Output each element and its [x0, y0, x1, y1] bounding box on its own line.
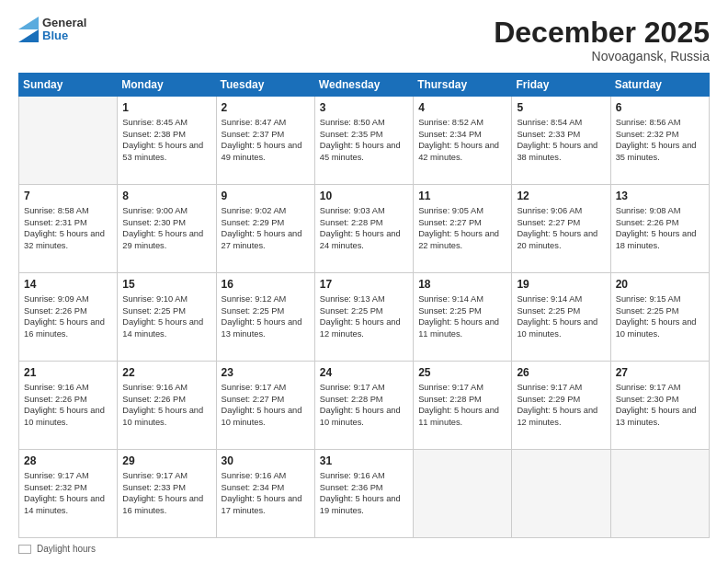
day-info: Sunrise: 9:17 AMSunset: 2:33 PMDaylight:… — [122, 470, 210, 516]
day-info: Sunrise: 9:06 AMSunset: 2:27 PMDaylight:… — [517, 205, 605, 251]
day-number: 29 — [122, 454, 210, 468]
day-info: Sunrise: 9:14 AMSunset: 2:25 PMDaylight:… — [517, 293, 605, 339]
day-number: 9 — [222, 189, 310, 203]
day-number: 25 — [418, 365, 506, 380]
calendar-cell: 24Sunrise: 9:17 AMSunset: 2:28 PMDayligh… — [314, 362, 413, 450]
header: General Blue December 2025 Novoagansk, R… — [18, 17, 710, 63]
day-number: 27 — [616, 365, 704, 380]
calendar-cell: 19Sunrise: 9:14 AMSunset: 2:25 PMDayligh… — [512, 273, 610, 362]
day-info: Sunrise: 9:09 AMSunset: 2:26 PMDaylight:… — [24, 293, 112, 339]
day-info: Sunrise: 9:16 AMSunset: 2:34 PMDaylight:… — [222, 470, 310, 516]
calendar-cell: 13Sunrise: 9:08 AMSunset: 2:26 PMDayligh… — [610, 185, 709, 273]
calendar-cell — [414, 450, 512, 538]
location: Novoagansk, Russia — [494, 49, 710, 63]
calendar-cell: 29Sunrise: 9:17 AMSunset: 2:33 PMDayligh… — [118, 450, 216, 538]
day-info: Sunrise: 9:00 AMSunset: 2:30 PMDaylight:… — [122, 205, 210, 251]
weekday-header-row: SundayMondayTuesdayWednesdayThursdayFrid… — [19, 74, 710, 97]
day-number: 5 — [517, 100, 605, 115]
calendar-cell: 21Sunrise: 9:16 AMSunset: 2:26 PMDayligh… — [19, 362, 118, 450]
daylight-label: Daylight hours — [37, 544, 96, 554]
calendar-week-3: 14Sunrise: 9:09 AMSunset: 2:26 PMDayligh… — [19, 273, 710, 362]
calendar-cell: 28Sunrise: 9:17 AMSunset: 2:32 PMDayligh… — [19, 450, 118, 538]
calendar-week-2: 7Sunrise: 8:58 AMSunset: 2:31 PMDaylight… — [19, 185, 710, 273]
calendar-week-4: 21Sunrise: 9:16 AMSunset: 2:26 PMDayligh… — [19, 362, 710, 450]
calendar-cell: 1Sunrise: 8:45 AMSunset: 2:38 PMDaylight… — [118, 97, 216, 185]
calendar-cell: 3Sunrise: 8:50 AMSunset: 2:35 PMDaylight… — [314, 97, 413, 185]
svg-marker-1 — [18, 17, 39, 29]
calendar-cell: 11Sunrise: 9:05 AMSunset: 2:27 PMDayligh… — [414, 185, 512, 273]
calendar-cell — [610, 450, 709, 538]
day-info: Sunrise: 9:17 AMSunset: 2:28 PMDaylight:… — [418, 382, 506, 428]
weekday-header-saturday: Saturday — [610, 74, 709, 97]
day-number: 26 — [517, 365, 605, 380]
calendar-cell: 22Sunrise: 9:16 AMSunset: 2:26 PMDayligh… — [118, 362, 216, 450]
day-number: 16 — [222, 277, 310, 292]
calendar-table: SundayMondayTuesdayWednesdayThursdayFrid… — [18, 73, 710, 538]
day-number: 4 — [418, 100, 506, 115]
day-info: Sunrise: 9:17 AMSunset: 2:27 PMDaylight:… — [222, 382, 310, 428]
page: General Blue December 2025 Novoagansk, R… — [0, 0, 728, 563]
day-number: 6 — [616, 100, 704, 115]
calendar-cell: 2Sunrise: 8:47 AMSunset: 2:37 PMDaylight… — [216, 97, 314, 185]
day-info: Sunrise: 9:03 AMSunset: 2:28 PMDaylight:… — [320, 205, 408, 251]
day-number: 21 — [24, 365, 112, 380]
calendar-cell: 20Sunrise: 9:15 AMSunset: 2:25 PMDayligh… — [610, 273, 709, 362]
weekday-header-monday: Monday — [118, 74, 216, 97]
day-info: Sunrise: 9:17 AMSunset: 2:28 PMDaylight:… — [320, 382, 408, 428]
day-number: 19 — [517, 277, 605, 292]
calendar-cell — [512, 450, 610, 538]
day-info: Sunrise: 9:08 AMSunset: 2:26 PMDaylight:… — [616, 205, 704, 251]
calendar-week-1: 1Sunrise: 8:45 AMSunset: 2:38 PMDaylight… — [19, 97, 710, 185]
day-number: 28 — [24, 454, 112, 468]
calendar-cell: 17Sunrise: 9:13 AMSunset: 2:25 PMDayligh… — [314, 273, 413, 362]
calendar-cell: 23Sunrise: 9:17 AMSunset: 2:27 PMDayligh… — [216, 362, 314, 450]
day-number: 1 — [122, 100, 210, 115]
logo-general-text: General — [42, 17, 86, 29]
day-info: Sunrise: 8:50 AMSunset: 2:35 PMDaylight:… — [320, 117, 408, 163]
day-info: Sunrise: 9:10 AMSunset: 2:25 PMDaylight:… — [122, 293, 210, 339]
day-number: 12 — [517, 189, 605, 203]
day-number: 13 — [616, 189, 704, 203]
calendar-cell: 25Sunrise: 9:17 AMSunset: 2:28 PMDayligh… — [414, 362, 512, 450]
weekday-header-thursday: Thursday — [414, 74, 512, 97]
day-info: Sunrise: 9:16 AMSunset: 2:36 PMDaylight:… — [320, 470, 408, 516]
day-info: Sunrise: 9:17 AMSunset: 2:30 PMDaylight:… — [616, 382, 704, 428]
day-info: Sunrise: 8:45 AMSunset: 2:38 PMDaylight:… — [122, 117, 210, 163]
day-info: Sunrise: 9:16 AMSunset: 2:26 PMDaylight:… — [24, 382, 112, 428]
day-number: 18 — [418, 277, 506, 292]
calendar-cell: 27Sunrise: 9:17 AMSunset: 2:30 PMDayligh… — [610, 362, 709, 450]
day-info: Sunrise: 9:14 AMSunset: 2:25 PMDaylight:… — [418, 293, 506, 339]
calendar-cell: 8Sunrise: 9:00 AMSunset: 2:30 PMDaylight… — [118, 185, 216, 273]
calendar-cell: 31Sunrise: 9:16 AMSunset: 2:36 PMDayligh… — [314, 450, 413, 538]
calendar-body: 1Sunrise: 8:45 AMSunset: 2:38 PMDaylight… — [19, 97, 710, 538]
day-number: 15 — [122, 277, 210, 292]
day-info: Sunrise: 9:17 AMSunset: 2:32 PMDaylight:… — [24, 470, 112, 516]
weekday-header-sunday: Sunday — [19, 74, 118, 97]
calendar-cell: 26Sunrise: 9:17 AMSunset: 2:29 PMDayligh… — [512, 362, 610, 450]
day-info: Sunrise: 9:13 AMSunset: 2:25 PMDaylight:… — [320, 293, 408, 339]
footer: Daylight hours — [18, 544, 710, 554]
day-number: 14 — [24, 277, 112, 292]
calendar-week-5: 28Sunrise: 9:17 AMSunset: 2:32 PMDayligh… — [19, 450, 710, 538]
calendar-cell: 6Sunrise: 8:56 AMSunset: 2:32 PMDaylight… — [610, 97, 709, 185]
svg-marker-0 — [18, 29, 39, 42]
day-number: 22 — [122, 365, 210, 380]
day-number: 2 — [222, 100, 310, 115]
day-info: Sunrise: 8:58 AMSunset: 2:31 PMDaylight:… — [24, 205, 112, 251]
day-info: Sunrise: 8:52 AMSunset: 2:34 PMDaylight:… — [418, 117, 506, 163]
day-number: 3 — [320, 100, 408, 115]
day-info: Sunrise: 8:54 AMSunset: 2:33 PMDaylight:… — [517, 117, 605, 163]
daylight-box-icon — [18, 545, 31, 554]
calendar-cell: 5Sunrise: 8:54 AMSunset: 2:33 PMDaylight… — [512, 97, 610, 185]
day-number: 17 — [320, 277, 408, 292]
day-number: 23 — [222, 365, 310, 380]
calendar-cell: 4Sunrise: 8:52 AMSunset: 2:34 PMDaylight… — [414, 97, 512, 185]
day-info: Sunrise: 9:15 AMSunset: 2:25 PMDaylight:… — [616, 293, 704, 339]
day-number: 10 — [320, 189, 408, 203]
day-info: Sunrise: 8:56 AMSunset: 2:32 PMDaylight:… — [616, 117, 704, 163]
calendar-cell: 18Sunrise: 9:14 AMSunset: 2:25 PMDayligh… — [414, 273, 512, 362]
month-title: December 2025 — [494, 17, 710, 49]
weekday-header-tuesday: Tuesday — [216, 74, 314, 97]
weekday-header-friday: Friday — [512, 74, 610, 97]
calendar-cell: 9Sunrise: 9:02 AMSunset: 2:29 PMDaylight… — [216, 185, 314, 273]
